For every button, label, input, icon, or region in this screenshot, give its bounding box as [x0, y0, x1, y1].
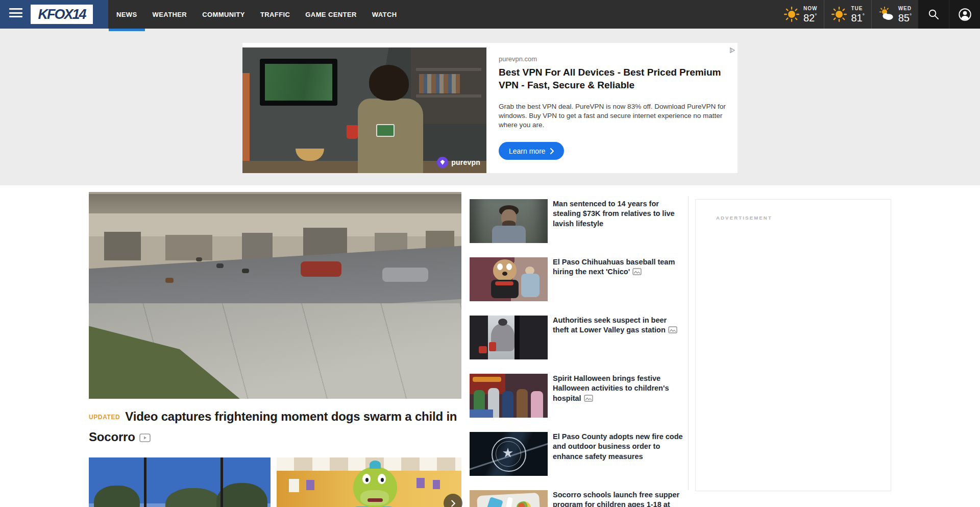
article-row[interactable]: El Paso County adopts new fire code and …	[470, 432, 688, 476]
article-headline[interactable]: Authorities seek suspect in beer theft a…	[553, 316, 683, 359]
weather-temp: 82°	[803, 13, 817, 23]
article-headline-text: El Paso County adopts new fire code and …	[553, 432, 683, 461]
search-icon	[927, 8, 940, 20]
article-headline[interactable]: Socorro schools launch free supper progr…	[553, 490, 683, 507]
article-thumbnail[interactable]	[470, 257, 548, 301]
weather-widget-tue[interactable]: TUE 81°	[824, 0, 871, 29]
ad-domain: purevpn.com	[499, 55, 537, 63]
nav-item-game-center[interactable]: GAME CENTER	[298, 0, 364, 29]
carousel-item[interactable]	[89, 457, 271, 507]
weather-widget-wed[interactable]: WED 85°	[871, 0, 918, 29]
article-headline[interactable]: Spirit Halloween brings festive Hallowee…	[553, 374, 683, 418]
learn-more-label: Learn more	[509, 147, 546, 155]
adchoices-icon[interactable]	[728, 46, 736, 54]
ad-headline[interactable]: Best VPN For All Devices - Best Priced P…	[499, 66, 729, 91]
article-headline[interactable]: Man sentenced to 14 years for stealing $…	[553, 199, 683, 243]
play-video-icon	[139, 433, 151, 442]
weather-temp: 81°	[851, 13, 864, 23]
weather-label: WED	[898, 6, 912, 11]
article-headline-text: Socorro schools launch free supper progr…	[553, 491, 679, 507]
sunny-icon	[831, 6, 847, 22]
nav-item-weather[interactable]: WEATHER	[145, 0, 195, 29]
ad-image: purevpn	[242, 47, 486, 173]
ad-body-text: Grab the best VPN deal. PureVPN is now 8…	[499, 102, 729, 129]
article-headline[interactable]: El Paso County adopts new fire code and …	[553, 432, 683, 476]
main-story-video-still[interactable]	[89, 192, 461, 399]
weather-widget-now[interactable]: NOW 82°	[777, 0, 824, 29]
article-row[interactable]: Socorro schools launch free supper progr…	[470, 490, 688, 507]
advertisement-label: ADVERTISEMENT	[716, 215, 772, 221]
top-ad-strip: purevpn purevpn.com Best VPN For All Dev…	[0, 29, 980, 185]
chevron-right-icon	[448, 498, 458, 507]
nav-item-news[interactable]: NEWS	[109, 0, 145, 29]
weather-label: TUE	[851, 6, 863, 11]
article-headline-text: Man sentenced to 14 years for stealing $…	[553, 200, 675, 228]
purevpn-brand-text: purevpn	[451, 158, 480, 166]
hamburger-menu-icon[interactable]	[9, 8, 23, 20]
primary-nav: NEWS WEATHER COMMUNITY TRAFFIC GAME CENT…	[109, 0, 405, 29]
advertisement-placeholder: ADVERTISEMENT	[695, 199, 891, 491]
main-story-link[interactable]: UPDATEDVideo captures frightening moment…	[89, 407, 461, 448]
article-row[interactable]: Authorities seek suspect in beer theft a…	[470, 316, 688, 359]
article-headline-text: Authorities seek suspect in beer theft a…	[553, 316, 667, 334]
partly-cloudy-icon	[878, 6, 895, 22]
gallery-icon	[668, 326, 677, 333]
nav-item-traffic[interactable]: TRAFFIC	[253, 0, 298, 29]
article-thumbnail[interactable]	[470, 199, 548, 243]
story-carousel	[89, 457, 461, 507]
article-thumbnail[interactable]	[470, 490, 548, 507]
navbar-utility-section	[918, 0, 980, 29]
kfox14-homepage: KFOX14 NEWS WEATHER COMMUNITY TRAFFIC GA…	[0, 0, 980, 507]
weather-label: NOW	[803, 6, 817, 11]
purevpn-ad-banner[interactable]: purevpn purevpn.com Best VPN For All Dev…	[242, 43, 738, 173]
texas-star-icon	[502, 447, 513, 458]
column-divider	[688, 196, 689, 490]
article-row[interactable]: Man sentenced to 14 years for stealing $…	[470, 199, 688, 243]
learn-more-button[interactable]: Learn more	[499, 142, 564, 160]
gallery-icon	[632, 268, 642, 275]
article-headline-text: El Paso Chihuahuas baseball team hiring …	[553, 258, 675, 276]
gallery-icon	[584, 395, 593, 402]
article-headline-text: Spirit Halloween brings festive Hallowee…	[553, 374, 669, 402]
article-thumbnail[interactable]	[470, 316, 548, 359]
purevpn-shield-icon	[437, 157, 448, 168]
article-list: Man sentenced to 14 years for stealing $…	[470, 199, 688, 507]
article-thumbnail[interactable]	[470, 374, 548, 418]
nav-item-watch[interactable]: WATCH	[364, 0, 405, 29]
account-button[interactable]	[949, 0, 980, 29]
article-row[interactable]: Spirit Halloween brings festive Hallowee…	[470, 374, 688, 418]
kfox14-logo[interactable]: KFOX14	[30, 4, 94, 25]
chevron-right-icon	[550, 148, 554, 154]
article-thumbnail[interactable]	[470, 432, 548, 476]
kfox14-logo-text: KFOX14	[38, 7, 85, 22]
purevpn-logo: purevpn	[437, 157, 480, 168]
nav-item-community[interactable]: COMMUNITY	[194, 0, 253, 29]
top-navbar: KFOX14 NEWS WEATHER COMMUNITY TRAFFIC GA…	[0, 0, 980, 29]
sunny-icon	[783, 6, 800, 22]
weather-strip: NOW 82° TUE 81°	[777, 0, 918, 29]
article-row[interactable]: El Paso Chihuahuas baseball team hiring …	[470, 257, 688, 301]
account-icon	[958, 8, 972, 21]
navbar-brand-section: KFOX14	[0, 0, 108, 29]
article-headline[interactable]: El Paso Chihuahuas baseball team hiring …	[553, 257, 683, 301]
carousel-item[interactable]	[277, 457, 461, 507]
updated-badge: UPDATED	[89, 414, 120, 421]
weather-temp: 85°	[898, 13, 912, 23]
search-button[interactable]	[918, 0, 949, 29]
